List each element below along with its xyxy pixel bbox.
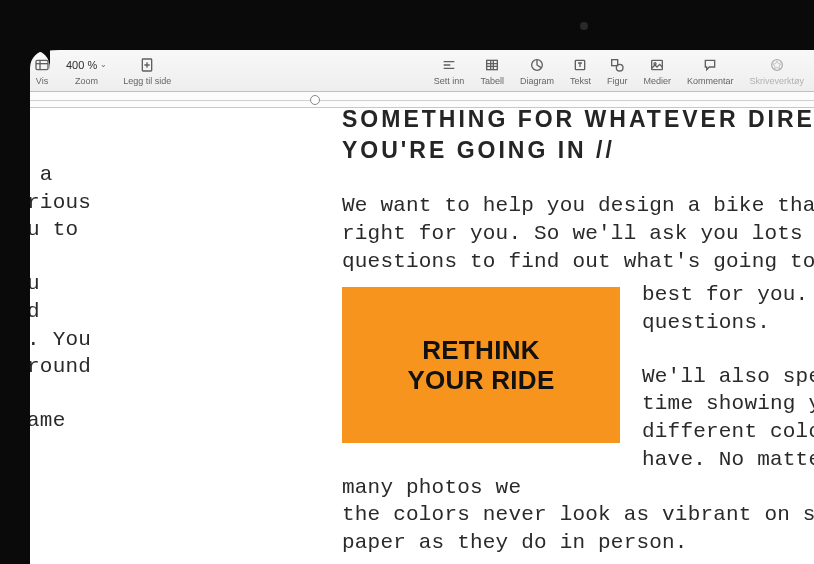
table-button[interactable]: Tabell: [480, 56, 504, 86]
document-canvas[interactable]: PERIENCE // s to test-drive a at's why t…: [30, 108, 814, 564]
media-button[interactable]: Medier: [643, 56, 671, 86]
right-heading[interactable]: SOMETHING FOR WHATEVER DIREC YOU'RE GOIN…: [342, 108, 814, 166]
text-icon: [572, 56, 588, 74]
insert-button[interactable]: Sett inn: [434, 56, 465, 86]
view-button[interactable]: Vis: [34, 56, 50, 86]
ruler[interactable]: [30, 92, 814, 108]
add-page-icon: [139, 56, 155, 74]
body-text[interactable]: s to test-drive a at's why the various v…: [30, 161, 310, 244]
text-button[interactable]: Tekst: [570, 56, 591, 86]
svg-point-6: [617, 64, 624, 71]
writing-tools-button[interactable]: Skriveverktøy: [749, 56, 804, 86]
svg-rect-0: [36, 60, 48, 69]
chart-icon: [529, 56, 545, 74]
camera-icon: [580, 22, 588, 30]
callout-text: RETHINK YOUR RIDE: [389, 335, 572, 396]
insert-icon: [441, 56, 457, 74]
comment-icon: [702, 56, 718, 74]
chevron-down-icon: ⌄: [100, 60, 107, 69]
body-text[interactable]: ck the right frame measurements to lebar…: [30, 407, 310, 490]
callout-box[interactable]: RETHINK YOUR RIDE: [342, 287, 620, 443]
body-text[interactable]: to chat with you you're after and ght li…: [30, 270, 310, 381]
svg-rect-5: [612, 59, 618, 65]
comment-button[interactable]: Kommentar: [687, 56, 734, 86]
ruler-marker[interactable]: [310, 95, 320, 105]
svg-rect-2: [487, 60, 498, 69]
left-heading[interactable]: PERIENCE //: [30, 108, 310, 135]
body-text[interactable]: We want to help you design a bike tha ri…: [342, 192, 814, 275]
chart-button[interactable]: Diagram: [520, 56, 554, 86]
toolbar: Vis 400 % ⌄ Zoom Legg til side: [30, 50, 814, 92]
table-icon: [484, 56, 500, 74]
zoom-control[interactable]: 400 % ⌄ Zoom: [64, 56, 109, 86]
shape-button[interactable]: Figur: [607, 56, 628, 86]
add-page-button[interactable]: Legg til side: [123, 56, 171, 86]
zoom-value: 400 %: [66, 59, 97, 71]
writing-tools-icon: [769, 56, 785, 74]
view-icon: [34, 56, 50, 74]
media-icon: [649, 56, 665, 74]
shape-icon: [609, 56, 625, 74]
body-text[interactable]: the colors never look as vibrant on s pa…: [342, 501, 814, 556]
